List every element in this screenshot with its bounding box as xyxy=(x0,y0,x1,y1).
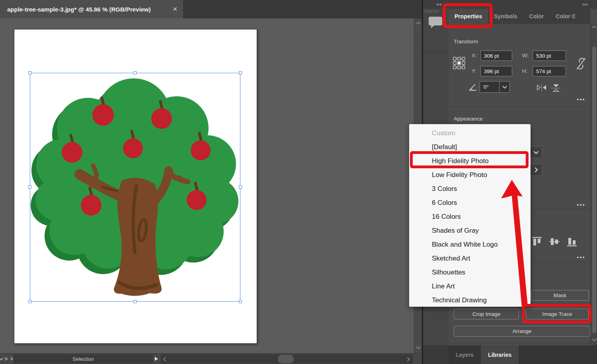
rotation-dropdown-button[interactable] xyxy=(499,82,509,92)
document-title: apple-tree-sample-3.jpg* @ 45.86 % (RGB/… xyxy=(7,6,151,13)
panel-scroll-down-icon[interactable] xyxy=(592,338,597,341)
selection-handle-ne[interactable] xyxy=(239,71,242,74)
panel-scroll-up-icon[interactable] xyxy=(592,25,597,29)
vertical-align-bottom-icon[interactable] xyxy=(567,237,577,247)
tab-properties[interactable]: Properties xyxy=(449,9,488,24)
w-label: W: xyxy=(522,53,529,58)
selection-handle-n[interactable] xyxy=(133,71,137,74)
tab-libraries[interactable]: Libraries xyxy=(481,345,519,364)
selection-bounding-box xyxy=(30,73,240,302)
status-bar: Selection xyxy=(0,353,422,364)
tab-layers[interactable]: Layers xyxy=(449,345,481,364)
rotation-value: 0° xyxy=(480,84,499,90)
align-more-options[interactable]: ••• xyxy=(577,254,585,261)
crop-image-button[interactable]: Crop Image xyxy=(454,309,519,319)
menu-item-default[interactable]: [Default] xyxy=(409,140,531,154)
vertical-align-center-icon[interactable] xyxy=(549,237,560,247)
reference-point-grid-icon[interactable] xyxy=(453,57,466,70)
tab-symbols[interactable]: Symbols xyxy=(488,9,523,24)
flip-vertical-icon[interactable] xyxy=(552,84,560,92)
bottom-strip xyxy=(423,345,449,364)
canvas-horizontal-scrollbar[interactable] xyxy=(161,354,413,364)
panel-grip[interactable]: ||||||||| xyxy=(425,9,439,13)
rotation-field[interactable]: 0° xyxy=(480,81,510,93)
bottom-panel-tabs: Layers Libraries xyxy=(449,345,597,364)
chevron-down-icon xyxy=(533,151,539,154)
selection-handle-se[interactable] xyxy=(239,300,242,303)
status-expand-icon[interactable] xyxy=(154,356,158,361)
scroll-up-icon[interactable] xyxy=(416,21,421,25)
selection-handle-s[interactable] xyxy=(133,300,137,303)
image-trace-button[interactable]: Image Trace xyxy=(526,309,589,319)
menu-item-high-fidelity-photo[interactable]: High Fidelity Photo xyxy=(409,154,531,168)
tab-color-guide[interactable]: Color Guide xyxy=(550,9,575,24)
h-label: H: xyxy=(522,68,528,74)
horizontal-scroll-thumb[interactable] xyxy=(278,355,294,363)
status-mode-label: Selection xyxy=(72,356,94,362)
selection-handle-sw[interactable] xyxy=(28,300,31,303)
scroll-left-icon[interactable] xyxy=(163,357,166,362)
transform-more-options[interactable]: ••• xyxy=(577,96,585,103)
y-input[interactable] xyxy=(480,66,512,76)
annotation-arrow xyxy=(494,171,537,308)
strip-separator xyxy=(423,51,449,51)
document-tab[interactable]: apple-tree-sample-3.jpg* @ 45.86 % (RGB/… xyxy=(0,0,183,18)
comments-icon[interactable] xyxy=(428,15,443,29)
section-divider xyxy=(449,107,590,107)
next-artboard-icon[interactable] xyxy=(5,356,9,361)
chevron-down-icon xyxy=(502,86,507,89)
selection-handle-e[interactable] xyxy=(239,185,242,189)
section-divider xyxy=(449,343,590,343)
x-input[interactable] xyxy=(480,51,512,61)
collapse-panels-icon[interactable]: «« xyxy=(436,1,442,7)
flip-horizontal-icon[interactable] xyxy=(537,84,546,91)
selection-handle-w[interactable] xyxy=(28,185,31,189)
status-mode[interactable]: Selection xyxy=(14,354,153,364)
close-tab-icon[interactable]: ✕ xyxy=(172,6,178,13)
panel-tab-bar: Properties Symbols Color Color Guide xyxy=(449,9,575,24)
panel-header: «« »» xyxy=(423,0,597,9)
scroll-right-icon[interactable] xyxy=(407,357,410,362)
transform-section-title: Transform xyxy=(454,39,478,45)
menu-item-custom: Custom xyxy=(409,126,531,140)
opacity-dropdown-button[interactable] xyxy=(530,146,542,158)
document-tab-bar: apple-tree-sample-3.jpg* @ 45.86 % (RGB/… xyxy=(0,0,423,18)
tab-color[interactable]: Color xyxy=(523,9,550,24)
mask-button[interactable]: Mask xyxy=(531,290,589,301)
h-input[interactable] xyxy=(533,66,566,76)
appearance-more-options[interactable]: ••• xyxy=(577,201,585,208)
appearance-section-title: Appearance xyxy=(454,116,483,122)
selection-handle-nw[interactable] xyxy=(28,71,31,74)
arrange-button[interactable]: Arrange xyxy=(454,326,590,337)
rotate-angle-icon xyxy=(468,83,478,91)
w-input[interactable] xyxy=(533,51,566,61)
statusbar-chevron-icon[interactable] xyxy=(0,357,4,360)
panel-scroll-thumb[interactable] xyxy=(592,47,596,333)
scroll-down-icon[interactable] xyxy=(416,346,421,349)
unlinked-proportions-icon[interactable] xyxy=(576,57,587,70)
panel-scrollbar[interactable] xyxy=(590,24,597,345)
expand-panels-icon[interactable]: »» xyxy=(582,1,588,7)
illustrator-window: apple-tree-sample-3.jpg* @ 45.86 % (RGB/… xyxy=(0,0,597,364)
x-label: X: xyxy=(472,53,477,58)
y-label: Y: xyxy=(472,68,476,74)
panel-tabbar-fill xyxy=(575,9,590,24)
